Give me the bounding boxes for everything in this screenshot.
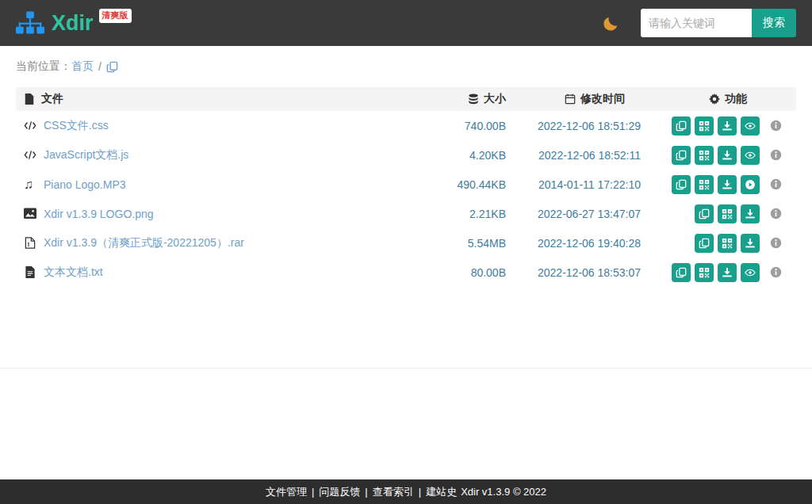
footer-version: Xdir v1.3.9 © 2022 bbox=[461, 486, 546, 498]
file-row: 文本文档.txt80.00B2022-12-06 18:53:07 bbox=[16, 258, 796, 287]
breadcrumb-home-link[interactable]: 首页 bbox=[71, 59, 94, 74]
copy-button[interactable] bbox=[672, 175, 691, 194]
music-note-icon: ♫ bbox=[24, 178, 37, 191]
column-header-size: 大小 bbox=[419, 92, 506, 106]
file-link[interactable]: CSS文件.css bbox=[44, 119, 109, 133]
file-table: 文件 大小 修改时间 bbox=[16, 87, 796, 287]
download-button[interactable] bbox=[741, 204, 760, 223]
file-link[interactable]: JavaScript文档.js bbox=[44, 148, 128, 162]
code-icon bbox=[24, 149, 37, 161]
info-icon[interactable] bbox=[770, 178, 782, 190]
file-mtime: 2022-12-06 19:40:28 bbox=[538, 237, 641, 250]
database-icon bbox=[468, 94, 479, 105]
code-icon bbox=[24, 120, 37, 132]
file-icon bbox=[24, 94, 35, 105]
footer-separator: | bbox=[419, 486, 421, 498]
footer-link[interactable]: 建站史 bbox=[426, 485, 457, 499]
play-button[interactable] bbox=[741, 175, 760, 194]
file-link[interactable]: 文本文档.txt bbox=[44, 265, 103, 280]
file-size: 80.00B bbox=[471, 266, 506, 279]
preview-button[interactable] bbox=[741, 146, 760, 165]
breadcrumb-label: 当前位置： bbox=[16, 59, 71, 74]
footer-separator: | bbox=[312, 486, 314, 498]
file-link[interactable]: Piano Logo.MP3 bbox=[44, 178, 126, 191]
file-mtime: 2022-06-27 13:47:07 bbox=[538, 208, 641, 220]
file-mtime: 2022-12-06 18:52:11 bbox=[538, 149, 641, 162]
file-size: 5.54MB bbox=[468, 237, 506, 250]
info-icon[interactable] bbox=[770, 149, 782, 161]
calendar-icon bbox=[565, 94, 576, 105]
info-icon[interactable] bbox=[770, 266, 782, 278]
search-box: 搜索 bbox=[641, 9, 796, 37]
main-content: 当前位置： 首页 / 文件 bbox=[0, 46, 812, 368]
info-icon[interactable] bbox=[770, 120, 782, 132]
file-link[interactable]: Xdir v1.3.9 LOGO.png bbox=[44, 208, 154, 220]
image-icon bbox=[24, 208, 37, 220]
download-button[interactable] bbox=[718, 146, 737, 165]
header-right: 搜索 bbox=[602, 9, 796, 37]
download-button[interactable] bbox=[718, 263, 737, 282]
qrcode-button[interactable] bbox=[695, 146, 714, 165]
qrcode-button[interactable] bbox=[718, 234, 737, 253]
qrcode-button[interactable] bbox=[695, 116, 714, 136]
file-mtime: 2014-01-11 17:22:10 bbox=[538, 178, 641, 191]
page-spacer bbox=[0, 368, 812, 479]
footer-separator: | bbox=[365, 486, 367, 498]
dark-mode-toggle[interactable] bbox=[602, 14, 620, 32]
file-size: 4.20KB bbox=[469, 149, 506, 162]
file-mtime: 2022-12-06 18:53:07 bbox=[538, 266, 641, 279]
moon-icon bbox=[602, 14, 620, 32]
copy-button[interactable] bbox=[672, 146, 691, 165]
sitemap-icon bbox=[16, 11, 44, 35]
copy-button[interactable] bbox=[672, 116, 691, 136]
copy-button[interactable] bbox=[695, 204, 714, 223]
footer-link[interactable]: 查看索引 bbox=[373, 485, 414, 499]
info-icon[interactable] bbox=[770, 208, 782, 220]
logo[interactable]: Xdir 清爽版 bbox=[16, 11, 132, 36]
copy-button[interactable] bbox=[695, 234, 714, 253]
file-row: CSS文件.css740.00B2022-12-06 18:51:29 bbox=[16, 111, 796, 140]
column-header-mtime: 修改时间 bbox=[506, 92, 641, 106]
file-row: JavaScript文档.js4.20KB2022-12-06 18:52:11 bbox=[16, 140, 796, 170]
breadcrumb: 当前位置： 首页 / bbox=[0, 46, 812, 84]
footer-link[interactable]: 文件管理 bbox=[266, 485, 307, 499]
table-header: 文件 大小 修改时间 bbox=[16, 87, 796, 111]
search-button[interactable]: 搜索 bbox=[752, 9, 796, 37]
file-size: 490.44KB bbox=[458, 178, 507, 191]
copy-button[interactable] bbox=[672, 263, 691, 282]
file-row: ♫Piano Logo.MP3490.44KB2014-01-11 17:22:… bbox=[16, 170, 796, 199]
download-button[interactable] bbox=[718, 116, 737, 136]
top-header: Xdir 清爽版 搜索 bbox=[0, 0, 812, 46]
file-link[interactable]: Xdir v1.3.9（清爽正式版-20221205）.rar bbox=[44, 236, 244, 250]
version-badge: 清爽版 bbox=[99, 9, 132, 23]
copy-path-icon[interactable] bbox=[106, 61, 118, 73]
search-input[interactable] bbox=[641, 9, 752, 37]
site-title: Xdir bbox=[52, 11, 94, 36]
column-header-file: 文件 bbox=[24, 92, 419, 106]
column-header-actions: 功能 bbox=[641, 92, 788, 106]
qrcode-button[interactable] bbox=[718, 204, 737, 223]
footer-link[interactable]: 问题反馈 bbox=[319, 485, 360, 499]
file-row: Xdir v1.3.9 LOGO.png2.21KB2022-06-27 13:… bbox=[16, 199, 796, 228]
file-size: 2.21KB bbox=[469, 208, 506, 220]
preview-button[interactable] bbox=[741, 263, 760, 282]
qrcode-button[interactable] bbox=[695, 263, 714, 282]
qrcode-button[interactable] bbox=[695, 175, 714, 194]
preview-button[interactable] bbox=[741, 116, 760, 136]
download-button[interactable] bbox=[718, 175, 737, 194]
file-rows: CSS文件.css740.00B2022-12-06 18:51:29JavaS… bbox=[16, 111, 796, 287]
gear-icon bbox=[709, 94, 720, 105]
breadcrumb-separator: / bbox=[98, 60, 102, 73]
page-footer: 文件管理|问题反馈|查看索引|建站史Xdir v1.3.9 © 2022 bbox=[0, 479, 812, 504]
download-button[interactable] bbox=[741, 234, 760, 253]
archive-file-icon bbox=[24, 237, 37, 249]
file-row: Xdir v1.3.9（清爽正式版-20221205）.rar5.54MB202… bbox=[16, 228, 796, 258]
info-icon[interactable] bbox=[770, 237, 782, 249]
file-mtime: 2022-12-06 18:51:29 bbox=[538, 120, 641, 132]
text-file-icon bbox=[24, 266, 37, 278]
file-size: 740.00B bbox=[465, 120, 506, 132]
